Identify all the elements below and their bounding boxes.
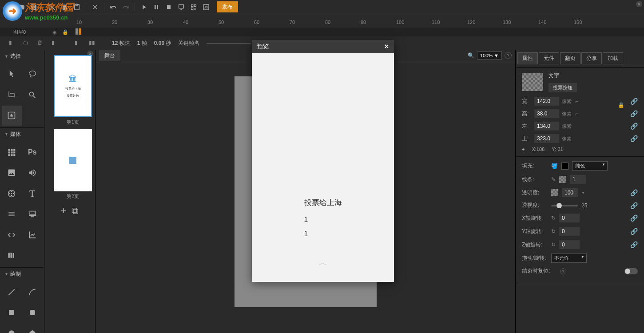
modal-overlay: 预览 × 投票给上海 1 1 ︿ [0,0,644,333]
chevron-up-icon: ︿ [318,257,327,269]
close-icon[interactable]: × [385,43,389,51]
preview-modal: 预览 × 投票给上海 1 1 ︿ [252,40,394,282]
vote-text: 投票给上海 [304,198,342,208]
modal-title: 预览 [257,43,269,51]
vote-count-2: 1 [304,230,342,238]
vote-count-1: 1 [304,216,342,224]
